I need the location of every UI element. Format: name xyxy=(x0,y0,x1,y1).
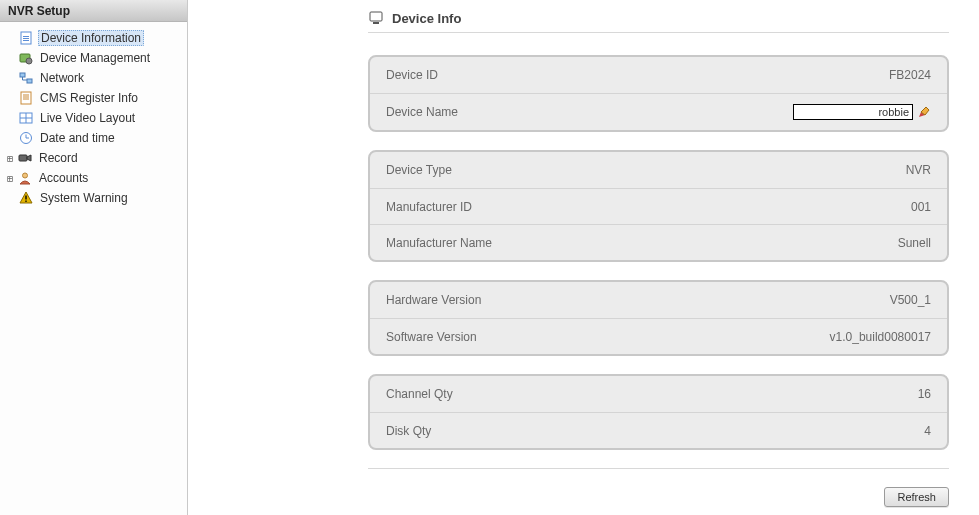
clock-icon xyxy=(18,130,34,146)
svg-rect-17 xyxy=(370,12,382,21)
doc-register-icon xyxy=(18,90,34,106)
doc-info-icon xyxy=(18,30,34,46)
svg-rect-15 xyxy=(25,196,26,200)
info-row: Channel Qty 16 xyxy=(370,376,947,412)
sidebar-item-live-video-layout[interactable]: Live Video Layout xyxy=(0,108,187,128)
sidebar-item-label: System Warning xyxy=(40,191,128,205)
sidebar-item-cms-register[interactable]: CMS Register Info xyxy=(0,88,187,108)
row-value: Sunell xyxy=(898,236,931,250)
info-row: Manufacturer ID 001 xyxy=(370,188,947,224)
sidebar-item-accounts[interactable]: ⊞ Accounts xyxy=(0,168,187,188)
svg-rect-7 xyxy=(27,79,32,83)
device-info-icon xyxy=(368,10,384,26)
sidebar-item-system-warning[interactable]: System Warning xyxy=(0,188,187,208)
sidebar-item-label: Device Management xyxy=(40,51,150,65)
row-value: 16 xyxy=(918,387,931,401)
refresh-button[interactable]: Refresh xyxy=(884,487,949,507)
expand-icon[interactable]: ⊞ xyxy=(4,153,16,164)
sidebar-item-record[interactable]: ⊞ Record xyxy=(0,148,187,168)
device-name-input[interactable] xyxy=(793,104,913,120)
expand-icon[interactable]: ⊞ xyxy=(4,173,16,184)
svg-rect-18 xyxy=(373,22,379,24)
svg-rect-2 xyxy=(23,38,29,39)
layout-icon xyxy=(18,110,34,126)
sidebar-item-label: Record xyxy=(39,151,78,165)
sidebar-tree: Device Information Device Management Net… xyxy=(0,22,187,214)
user-icon xyxy=(17,170,33,186)
row-value: FB2024 xyxy=(889,68,931,82)
row-value: 4 xyxy=(924,424,931,438)
network-icon xyxy=(18,70,34,86)
svg-rect-1 xyxy=(23,36,29,37)
svg-rect-16 xyxy=(25,201,26,202)
row-label: Device Type xyxy=(386,163,452,177)
sidebar-item-label: Live Video Layout xyxy=(40,111,135,125)
camera-icon xyxy=(17,150,33,166)
row-value: 001 xyxy=(911,200,931,214)
info-row-device-id: Device ID FB2024 xyxy=(370,57,947,93)
sidebar-title: NVR Setup xyxy=(0,0,187,22)
info-row: Device Type NVR xyxy=(370,152,947,188)
sidebar-item-device-management[interactable]: Device Management xyxy=(0,48,187,68)
svg-rect-8 xyxy=(21,92,31,104)
sidebar-item-label: Date and time xyxy=(40,131,115,145)
info-card: Hardware Version V500_1 Software Version… xyxy=(368,280,949,356)
row-label: Channel Qty xyxy=(386,387,453,401)
sidebar: NVR Setup Device Information Device Mana… xyxy=(0,0,188,515)
footer-bar: Refresh xyxy=(368,468,949,507)
row-value: NVR xyxy=(906,163,931,177)
info-row: Hardware Version V500_1 xyxy=(370,282,947,318)
sidebar-item-label: CMS Register Info xyxy=(40,91,138,105)
svg-rect-6 xyxy=(20,73,25,77)
info-row: Manufacturer Name Sunell xyxy=(370,224,947,260)
svg-point-14 xyxy=(23,173,28,178)
edit-tool-icon[interactable] xyxy=(917,105,931,119)
page-title: Device Info xyxy=(392,11,461,26)
info-row: Disk Qty 4 xyxy=(370,412,947,448)
row-value: V500_1 xyxy=(890,293,931,307)
row-label: Manufacturer ID xyxy=(386,200,472,214)
row-value: v1.0_build0080017 xyxy=(830,330,931,344)
info-card: Channel Qty 16 Disk Qty 4 xyxy=(368,374,949,450)
info-card: Device ID FB2024 Device Name xyxy=(368,55,949,132)
gear-screen-icon xyxy=(18,50,34,66)
main-content: Device Info Device ID FB2024 Device Name xyxy=(188,0,979,515)
info-card: Device Type NVR Manufacturer ID 001 Manu… xyxy=(368,150,949,262)
sidebar-item-label: Accounts xyxy=(39,171,88,185)
svg-rect-13 xyxy=(19,155,27,161)
sidebar-item-date-and-time[interactable]: Date and time xyxy=(0,128,187,148)
page-title-row: Device Info xyxy=(368,10,949,33)
sidebar-item-label: Network xyxy=(40,71,84,85)
row-label: Manufacturer Name xyxy=(386,236,492,250)
sidebar-item-label: Device Information xyxy=(41,31,141,45)
sidebar-item-device-information[interactable]: Device Information xyxy=(0,28,187,48)
info-row-device-name: Device Name xyxy=(370,93,947,130)
warning-icon xyxy=(18,190,34,206)
info-row: Software Version v1.0_build0080017 xyxy=(370,318,947,354)
row-label: Device Name xyxy=(386,105,458,119)
svg-rect-3 xyxy=(23,40,29,41)
row-label: Device ID xyxy=(386,68,438,82)
sidebar-item-network[interactable]: Network xyxy=(0,68,187,88)
row-label: Software Version xyxy=(386,330,477,344)
svg-point-5 xyxy=(26,58,32,64)
row-label: Disk Qty xyxy=(386,424,431,438)
row-label: Hardware Version xyxy=(386,293,481,307)
